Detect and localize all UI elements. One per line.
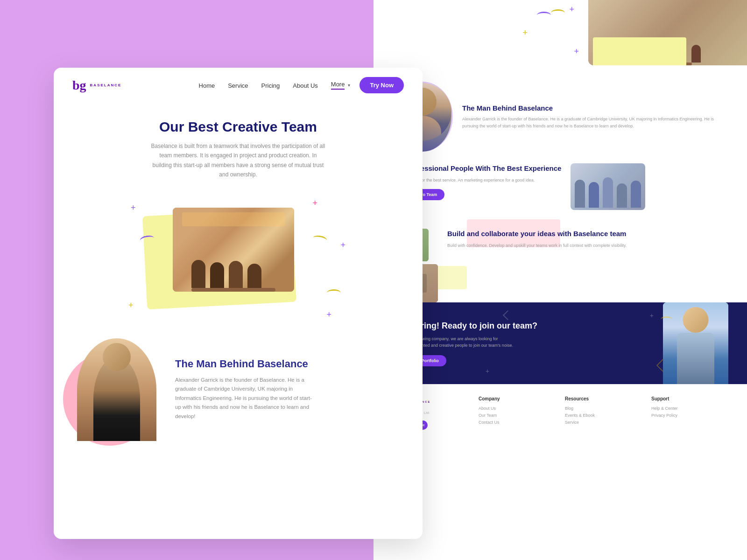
nav-item-pricing[interactable]: Pricing bbox=[261, 81, 280, 90]
hiring-deco-plus-2: + bbox=[486, 367, 489, 375]
person-section: The Man Behind Baselance Alexander Garri… bbox=[54, 329, 423, 455]
professional-section: The Professional People With The Best Ex… bbox=[383, 154, 738, 219]
chevron-down-icon: ▾ bbox=[348, 83, 350, 88]
footer-link-help[interactable]: Help & Center bbox=[651, 406, 728, 411]
footer-link-service[interactable]: Service bbox=[565, 420, 642, 425]
footer-link-privacy[interactable]: Privacy Policy bbox=[651, 413, 728, 418]
right-arc-1 bbox=[537, 12, 551, 19]
team-meeting-image bbox=[173, 208, 294, 292]
right-plus-1: + bbox=[569, 5, 574, 14]
hiring-text: Now Hiring! Ready to join our team? As a… bbox=[392, 320, 654, 367]
right-person-description: Alexander Garrick is the founder of Base… bbox=[462, 116, 728, 129]
hiring-person-image bbox=[663, 302, 728, 384]
footer-company-heading: Company bbox=[479, 396, 556, 401]
hiring-deco-triangle bbox=[503, 310, 513, 320]
team-meeting-img-inner bbox=[173, 208, 294, 292]
hiring-arc bbox=[661, 316, 672, 322]
logo-icon: bg bbox=[72, 78, 86, 93]
plus-icon-2: + bbox=[312, 198, 317, 208]
nav-item-home[interactable]: Home bbox=[199, 81, 215, 90]
navbar: bg BASELANCE Home Service Pricing About … bbox=[54, 68, 423, 103]
hiring-title: Now Hiring! Ready to join our team? bbox=[392, 320, 654, 332]
nav-links: Home Service Pricing About Us More ▾ bbox=[199, 81, 351, 90]
right-person-title: The Man Behind Baselance bbox=[462, 104, 728, 112]
plus-icon-3: + bbox=[128, 301, 134, 310]
hero-description: Baselance is built from a teamwork that … bbox=[149, 141, 327, 180]
build-text: Build and collaborate your ideas with Ba… bbox=[447, 229, 627, 249]
nav-item-service[interactable]: Service bbox=[228, 81, 248, 90]
logo[interactable]: bg BASELANCE bbox=[72, 78, 121, 93]
footer-link-ebook[interactable]: Events & Ebook bbox=[565, 413, 642, 418]
arc-deco-3 bbox=[327, 289, 341, 296]
footer-resources: Resources Blog Events & Ebook Service bbox=[565, 396, 642, 430]
person-title: The Man Behind Baselance bbox=[175, 358, 315, 370]
person-description: Alexander Garrick is the founder of Base… bbox=[175, 376, 315, 421]
footer-resources-heading: Resources bbox=[565, 396, 642, 401]
footer-link-contact[interactable]: Contact Us bbox=[479, 420, 556, 425]
main-card: bg BASELANCE Home Service Pricing About … bbox=[54, 68, 423, 539]
footer-grid: bg BASELANCE © 2021 Baselance Ltd. f t ✉… bbox=[392, 396, 728, 430]
footer-link-about[interactable]: About Us bbox=[479, 406, 556, 411]
nav-item-more[interactable]: More ▾ bbox=[331, 81, 351, 90]
footer-support-heading: Support bbox=[651, 396, 728, 401]
plus-icon-4: + bbox=[340, 240, 345, 250]
right-plus-3: + bbox=[574, 47, 579, 56]
hero-section: Our Best Creative Team Baselance is buil… bbox=[54, 103, 423, 189]
hiring-banner: + + Now Hiring! Ready to join our team? … bbox=[374, 302, 747, 384]
right-arc-2 bbox=[551, 9, 565, 16]
right-team-photo-inner bbox=[571, 163, 645, 210]
plus-icon-1: + bbox=[131, 203, 136, 213]
right-plus-2: + bbox=[522, 28, 528, 38]
footer-company: Company About Us Our Team Contact Us bbox=[479, 396, 556, 430]
build-description: Build with confidence. Develop and upski… bbox=[447, 242, 627, 249]
right-person-section: The Man Behind Baselance Alexander Garri… bbox=[383, 72, 738, 161]
team-visual: + + + + + bbox=[121, 198, 355, 320]
nav-item-about[interactable]: About Us bbox=[293, 81, 317, 90]
build-section: Build and collaborate your ideas with Ba… bbox=[383, 219, 738, 312]
right-person-text: The Man Behind Baselance Alexander Garri… bbox=[462, 104, 728, 129]
person-portrait bbox=[77, 338, 156, 441]
try-now-button[interactable]: Try Now bbox=[359, 77, 404, 93]
footer: bg BASELANCE © 2021 Baselance Ltd. f t ✉… bbox=[374, 384, 747, 441]
footer-link-team[interactable]: Our Team bbox=[479, 413, 556, 418]
right-top-image-container bbox=[584, 0, 747, 65]
right-panel: + + + The Man Behind Baselance Alexander… bbox=[374, 0, 747, 560]
footer-link-blog[interactable]: Blog bbox=[565, 406, 642, 411]
right-top-yellow-rect bbox=[593, 37, 686, 65]
person-info: The Man Behind Baselance Alexander Garri… bbox=[175, 358, 315, 421]
arc-deco-2 bbox=[312, 234, 327, 244]
footer-support: Support Help & Center Privacy Policy bbox=[651, 396, 728, 430]
plus-icon-5: + bbox=[326, 310, 331, 320]
logo-text: BASELANCE bbox=[90, 83, 122, 87]
build-title: Build and collaborate your ideas with Ba… bbox=[447, 229, 627, 238]
person-circle-wrap bbox=[77, 338, 156, 441]
professional-team-image bbox=[571, 163, 645, 210]
hiring-deco-plus-1: + bbox=[650, 312, 654, 319]
hero-title: Our Best Creative Team bbox=[82, 119, 395, 135]
